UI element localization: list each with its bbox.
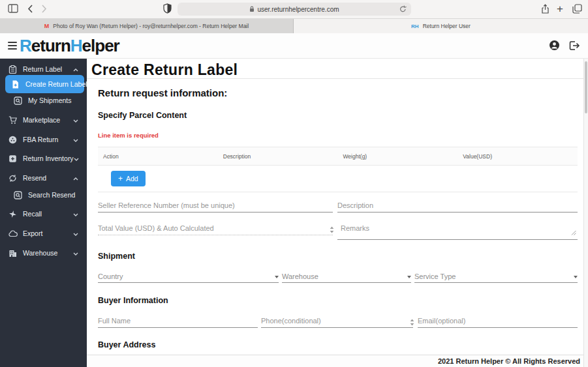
menu-icon[interactable]: [8, 42, 17, 50]
number-stepper-icon[interactable]: [410, 317, 414, 329]
col-value: Value(USD): [457, 153, 578, 160]
phone-input[interactable]: [261, 315, 413, 328]
chevron-down-icon: [73, 249, 78, 257]
sidebar-item-return-inventory[interactable]: Return Inventory: [0, 152, 87, 165]
sidebar-nav: Return Label Create Return Label My Ship…: [0, 59, 87, 367]
sidebar-item-marketplace[interactable]: Marketplace: [0, 113, 87, 126]
forward-icon[interactable]: [41, 5, 47, 13]
field-wrap: [418, 314, 578, 327]
chevron-down-icon: [407, 276, 411, 278]
clipboard-icon: [8, 65, 17, 74]
browser-window: user.returnhelpercentre.com + M Photo of…: [0, 0, 588, 367]
parcel-table-row: + Add: [98, 166, 578, 192]
sidebar-item-fba-return[interactable]: FBA Return: [0, 133, 87, 146]
parcel-content-heading: Specify Parcel Content: [98, 111, 187, 120]
sidebar-item-label: Return Label: [23, 65, 73, 73]
divider: [87, 78, 588, 79]
back-icon[interactable]: [27, 5, 33, 13]
lock-icon: [249, 6, 255, 12]
service-type-select[interactable]: Service Type: [414, 270, 578, 283]
scrollbar-thumb[interactable]: [585, 61, 587, 113]
privacy-shield-icon[interactable]: [163, 3, 172, 14]
tab-return-helper[interactable]: RH Return Helper User: [294, 19, 588, 33]
chevron-down-icon: [73, 210, 78, 218]
shipment-heading: Shipment: [98, 252, 135, 261]
col-weight: Weight(g): [338, 153, 458, 160]
tab-overview-icon[interactable]: [572, 4, 582, 14]
search-box-icon: [14, 191, 22, 199]
country-select[interactable]: Country: [98, 270, 279, 283]
sidebar-item-label: Export: [23, 229, 73, 237]
sidebar-toggle-icon[interactable]: [8, 4, 18, 13]
tab-label: Return Helper User: [423, 23, 471, 29]
new-tab-icon[interactable]: +: [557, 3, 563, 14]
resize-grip-icon[interactable]: [571, 226, 576, 238]
gmail-icon: M: [44, 23, 50, 29]
refresh-icon: [8, 174, 17, 183]
chevron-down-icon: [73, 136, 78, 143]
add-line-item-button[interactable]: + Add: [111, 171, 146, 186]
sidebar-item-recall[interactable]: Recall: [0, 207, 87, 220]
browser-toolbar: user.returnhelpercentre.com +: [0, 0, 588, 19]
chevron-down-icon: [574, 276, 578, 278]
tab-label: Photo of Roy Wan (Return Helper) - roy@r…: [53, 23, 249, 29]
sidebar-item-label: Recall: [23, 210, 73, 218]
country-select-label: Country: [98, 272, 123, 282]
chevron-up-icon: [73, 65, 78, 73]
reload-icon[interactable]: [399, 5, 407, 13]
buyer-info-heading: Buyer Information: [98, 296, 168, 305]
chevron-down-icon: [73, 116, 78, 124]
field-wrap: [98, 199, 333, 212]
plus-icon: +: [118, 175, 123, 182]
sidebar-item-my-shipments[interactable]: My Shipments: [0, 95, 87, 106]
buyer-address-heading: Buyer Address: [98, 340, 155, 349]
cloud-icon: [8, 229, 17, 238]
scrollbar[interactable]: [583, 59, 588, 367]
page-footer: 2021 Return Helper © All Rights Reserved: [87, 355, 588, 367]
chevron-down-icon: [74, 154, 79, 162]
sidebar-item-label: Warehouse: [23, 249, 73, 257]
sidebar-item-create-return-label[interactable]: Create Return Label: [5, 75, 84, 93]
line-item-error: Line item is required: [98, 132, 159, 139]
app-header: ReturnHelper: [0, 33, 588, 59]
sidebar-item-label: Marketplace: [23, 116, 73, 124]
box-plus-icon: [8, 154, 17, 163]
parcel-table: Action Description Weight(g) Value(USD) …: [98, 147, 578, 192]
account-icon[interactable]: [549, 40, 560, 53]
sidebar-item-search-resend[interactable]: Search Resend: [0, 189, 87, 201]
page-title: Create Return Label: [91, 61, 238, 79]
app-logo[interactable]: ReturnHelper: [20, 36, 119, 56]
address-bar[interactable]: user.returnhelpercentre.com: [178, 3, 411, 16]
parcel-table-header: Action Description Weight(g) Value(USD): [98, 147, 578, 166]
underline: [337, 239, 578, 240]
logo-text: elper: [82, 36, 119, 55]
sidebar-item-export[interactable]: Export: [0, 227, 87, 240]
warehouse-icon: [8, 249, 17, 257]
seller-reference-input[interactable]: [98, 199, 333, 213]
sidebar-item-warehouse[interactable]: Warehouse: [0, 246, 87, 259]
share-icon[interactable]: [541, 4, 549, 14]
cart-icon: [8, 116, 17, 125]
number-stepper-icon[interactable]: [330, 224, 334, 236]
chevron-down-icon: [73, 229, 78, 237]
sidebar-item-return-label[interactable]: Return Label: [0, 63, 87, 75]
warehouse-select[interactable]: Warehouse: [282, 270, 411, 283]
tab-gmail[interactable]: M Photo of Roy Wan (Return Helper) - roy…: [0, 19, 294, 33]
full-name-input[interactable]: [98, 315, 258, 328]
logout-icon[interactable]: [569, 40, 580, 53]
main-content: Create Return Label Return request infor…: [87, 59, 588, 367]
description-input[interactable]: [337, 199, 578, 213]
search-box-icon: [14, 96, 22, 105]
sidebar-item-label: Return Inventory: [23, 154, 74, 162]
request-info-heading: Return request information:: [98, 87, 227, 98]
remarks-textarea[interactable]: Remarks: [337, 222, 578, 240]
sidebar-item-label: Create Return Label: [25, 80, 87, 88]
field-wrap: [98, 222, 333, 235]
logo-text: eturn: [31, 36, 70, 55]
plane-icon: [8, 210, 17, 218]
field-wrap: [98, 314, 258, 327]
remarks-placeholder: Remarks: [341, 224, 369, 232]
email-input[interactable]: [418, 315, 578, 328]
sidebar-item-resend[interactable]: Resend: [0, 171, 87, 184]
sidebar-item-label: Resend: [23, 174, 73, 182]
